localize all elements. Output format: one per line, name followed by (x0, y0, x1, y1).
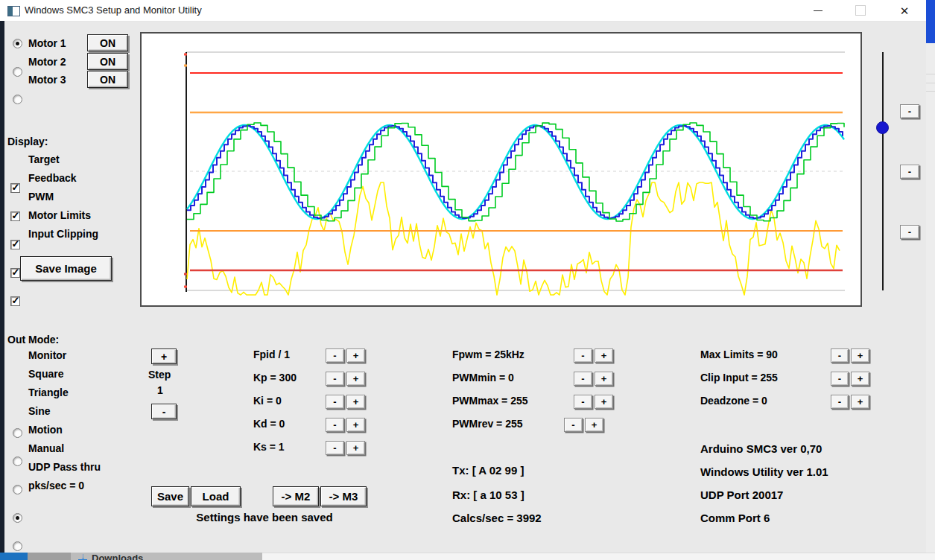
kd-minus-button[interactable]: - (326, 418, 344, 432)
scale-slider-track[interactable] (882, 52, 884, 290)
display-input-clipping-label: Input Clipping (28, 226, 98, 241)
kd-plus-button[interactable]: + (346, 418, 365, 432)
deadzone-label: Deadzone = 0 (700, 393, 767, 408)
maximize-button[interactable] (849, 2, 872, 19)
out-mode-square-radio[interactable] (13, 456, 22, 466)
display-heading: Display: (7, 134, 48, 149)
out-mode-monitor-label: Monitor (28, 348, 66, 363)
display-input-clipping-checkbox[interactable]: ✓ (10, 296, 20, 306)
background-window-fragment (262, 553, 935, 560)
step-minus-button[interactable]: - (151, 404, 177, 419)
check-icon: ✓ (12, 210, 20, 221)
ki-plus-button[interactable]: + (346, 395, 365, 409)
close-button[interactable]: ✕ (893, 2, 916, 19)
pwmmin-plus-button[interactable]: + (595, 372, 613, 386)
copy-to-m3-button[interactable]: -> M3 (320, 486, 367, 506)
check-icon: ✓ (12, 267, 20, 278)
pwmmin-minus-button[interactable]: - (574, 372, 592, 386)
pwmmax-plus-button[interactable]: + (595, 395, 613, 409)
scale-minus-button-1[interactable]: - (900, 104, 919, 118)
clip-input-minus-button[interactable]: - (831, 372, 849, 386)
save-button[interactable]: Save (151, 486, 189, 506)
app-icon (7, 6, 20, 16)
out-mode-triangle-radio[interactable] (13, 485, 22, 494)
display-pwm-checkbox[interactable]: ✓ (10, 240, 20, 249)
check-icon: ✓ (12, 182, 20, 193)
explorer-window-fragment (28, 553, 71, 560)
motor-1-label: Motor 1 (28, 36, 66, 51)
out-mode-sine-radio[interactable] (13, 513, 22, 523)
pwmrev-plus-button[interactable]: + (585, 418, 603, 432)
out-mode-motion-radio[interactable] (13, 541, 22, 551)
clip-input-plus-button[interactable]: + (851, 372, 869, 386)
fpid-plus-button[interactable]: + (346, 349, 365, 363)
motor-3-radio[interactable] (13, 95, 22, 104)
display-target-checkbox[interactable]: ✓ (10, 183, 20, 193)
display-pwm-label: PWM (28, 189, 54, 204)
display-feedback-checkbox[interactable]: ✓ (10, 211, 20, 221)
check-icon: ✓ (12, 295, 20, 306)
download-icon: ↓ (78, 553, 87, 560)
right-edge-line (926, 91, 935, 92)
ks-plus-button[interactable]: + (346, 441, 365, 455)
max-limits-plus-button[interactable]: + (851, 349, 869, 363)
deadzone-plus-button[interactable]: + (851, 395, 869, 409)
save-image-button[interactable]: Save Image (20, 256, 112, 281)
step-label: Step (148, 367, 171, 382)
max-limits-minus-button[interactable]: - (831, 349, 849, 363)
fpwm-plus-button[interactable]: + (595, 349, 613, 363)
downloads-label: Downloads (92, 553, 143, 560)
pwmrev-minus-button[interactable]: - (564, 418, 583, 432)
motor-2-on-button[interactable]: ON (87, 53, 128, 70)
copy-to-m2-button[interactable]: -> M2 (273, 486, 319, 506)
ki-minus-button[interactable]: - (326, 395, 344, 409)
motor-1-radio[interactable] (13, 39, 22, 48)
step-value: 1 (157, 383, 163, 398)
utility-version-text: Windows Utility ver 1.01 (700, 465, 828, 480)
display-feedback-label: Feedback (28, 171, 77, 185)
scale-minus-button-2[interactable]: - (900, 165, 919, 179)
motor-2-radio[interactable] (13, 67, 22, 77)
out-mode-monitor-radio[interactable] (13, 428, 22, 438)
maximize-icon (855, 5, 866, 16)
fpid-minus-button[interactable]: - (326, 349, 344, 363)
pwmmax-minus-button[interactable]: - (574, 395, 592, 409)
close-icon: ✕ (900, 5, 910, 16)
ks-label: Ks = 1 (253, 439, 285, 454)
minimize-icon (814, 10, 823, 11)
waveform-canvas (142, 34, 860, 305)
pks-per-sec-value: pks/sec = 0 (28, 478, 84, 493)
display-motor-limits-label: Motor Limits (28, 208, 91, 223)
fpwm-minus-button[interactable]: - (574, 349, 592, 363)
comm-port-text: Comm Port 6 (700, 511, 770, 526)
ks-minus-button[interactable]: - (326, 441, 344, 455)
fpid-label: Fpid / 1 (253, 347, 290, 362)
load-button[interactable]: Load (191, 486, 241, 506)
out-mode-square-label: Square (28, 366, 63, 381)
firmware-version-text: Arduino SMC3 ver 0,70 (700, 442, 822, 456)
scope-panel (140, 32, 862, 307)
motor-3-on-button[interactable]: ON (87, 71, 128, 88)
settings-status-text: Settings have been saved (145, 510, 384, 525)
kp-plus-button[interactable]: + (346, 372, 365, 386)
calcs-per-sec-value: Calcs/sec = 3992 (452, 511, 542, 526)
out-mode-heading: Out Mode: (7, 332, 59, 347)
window-title: Windows SMC3 Setup and Monitor Utility (25, 4, 202, 16)
out-mode-udp-label: UDP Pass thru (28, 459, 101, 474)
step-plus-button[interactable]: + (151, 349, 177, 364)
kp-minus-button[interactable]: - (326, 372, 344, 386)
kp-label: Kp = 300 (253, 370, 297, 385)
scale-minus-button-3[interactable]: - (900, 225, 919, 239)
motor-1-on-button[interactable]: ON (87, 34, 128, 51)
fpwm-label: Fpwm = 25kHz (452, 347, 524, 362)
minimize-button[interactable] (807, 2, 829, 19)
scale-slider-handle[interactable] (876, 121, 889, 134)
explorer-downloads-fragment[interactable]: ↓ Downloads (71, 553, 262, 560)
display-motor-limits-checkbox[interactable]: ✓ (10, 268, 20, 278)
max-limits-label: Max Limits = 90 (700, 347, 778, 362)
titlebar: Windows SMC3 Setup and Monitor Utility ✕ (0, 0, 926, 22)
pwmmin-label: PWMmin = 0 (452, 370, 514, 385)
display-target-label: Target (28, 152, 60, 167)
background-window-right-blue (926, 0, 935, 43)
deadzone-minus-button[interactable]: - (831, 395, 849, 409)
